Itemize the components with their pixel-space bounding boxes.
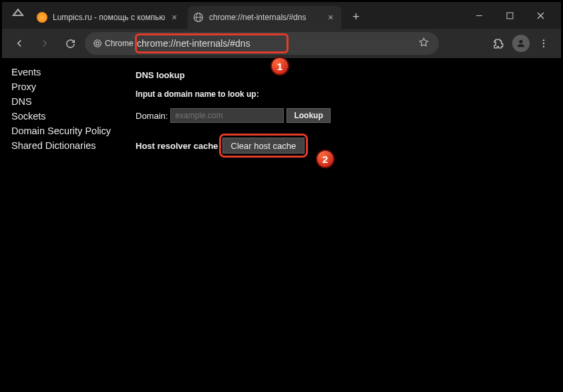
clear-host-cache-button[interactable]: Clear host cache [222, 138, 305, 154]
tab-title: Lumpics.ru - помощь с компью [53, 13, 166, 22]
svg-point-8 [96, 42, 100, 45]
svg-point-12 [543, 45, 544, 47]
dns-lookup-heading: DNS lookup [136, 70, 554, 80]
svg-point-7 [94, 40, 102, 47]
svg-point-11 [543, 43, 544, 44]
tab-close-button[interactable]: × [325, 12, 336, 23]
main-panel: DNS lookup Input a domain name to look u… [129, 58, 561, 390]
reload-button[interactable] [59, 33, 81, 54]
address-bar[interactable]: chrome://net-internals/#dns [85, 32, 439, 55]
dns-instruction: Input a domain name to look up: [136, 89, 554, 99]
sidebar-item-domain-security[interactable]: Domain Security Policy [2, 124, 129, 138]
svg-rect-4 [507, 13, 513, 19]
tab-title: chrome://net-internals/#dns [209, 13, 323, 22]
forward-button[interactable] [34, 33, 55, 54]
window-controls [463, 2, 556, 29]
close-window-button[interactable] [525, 5, 556, 26]
tab-search-button[interactable] [9, 6, 27, 25]
toolbar: Chrome chrome://net-internals/#dns [2, 29, 561, 58]
cache-row: Host resolver cache Clear host cache 2 [136, 138, 554, 154]
minimize-button[interactable] [463, 5, 494, 26]
new-tab-button[interactable]: + [347, 7, 365, 26]
sidebar-item-shared-dict[interactable]: Shared Dictionaries [2, 138, 129, 153]
maximize-button[interactable] [494, 5, 525, 26]
domain-input[interactable] [170, 108, 284, 123]
tab-lumpics[interactable]: Lumpics.ru - помощь с компью × [31, 6, 185, 29]
tab-net-internals[interactable]: chrome://net-internals/#dns × [188, 6, 341, 29]
sidebar-item-proxy[interactable]: Proxy [2, 79, 129, 94]
avatar-icon [512, 35, 530, 52]
url-text: chrome://net-internals/#dns [137, 38, 250, 49]
lookup-button[interactable]: Lookup [287, 108, 330, 123]
callout-badge-2: 2 [316, 150, 335, 168]
cache-label: Host resolver cache [136, 141, 218, 151]
profile-button[interactable] [510, 33, 532, 54]
favicon-globe-icon [193, 12, 204, 23]
svg-point-10 [543, 39, 544, 41]
svg-point-9 [519, 40, 522, 43]
content: Events Proxy DNS Sockets Domain Security… [2, 58, 561, 390]
extensions-button[interactable] [488, 33, 509, 54]
callout-badge-1: 1 [270, 57, 289, 75]
domain-row: Domain: Lookup [136, 108, 554, 123]
sidebar-item-sockets[interactable]: Sockets [2, 109, 129, 124]
back-button[interactable] [9, 33, 30, 54]
address-bar-wrap: Chrome chrome://net-internals/#dns [85, 32, 439, 55]
favicon-orange-icon [37, 12, 47, 23]
bookmark-star-icon[interactable] [418, 37, 429, 50]
titlebar: Lumpics.ru - помощь с компью × chrome://… [2, 2, 561, 29]
sidebar-item-dns[interactable]: DNS [2, 94, 129, 109]
menu-button[interactable] [533, 33, 554, 54]
tab-close-button[interactable]: × [169, 12, 180, 23]
chrome-chip-label: Chrome [105, 39, 134, 48]
domain-label: Domain: [136, 111, 168, 121]
sidebar: Events Proxy DNS Sockets Domain Security… [2, 58, 129, 390]
chrome-chip[interactable]: Chrome [89, 35, 138, 52]
sidebar-item-events[interactable]: Events [2, 65, 129, 79]
